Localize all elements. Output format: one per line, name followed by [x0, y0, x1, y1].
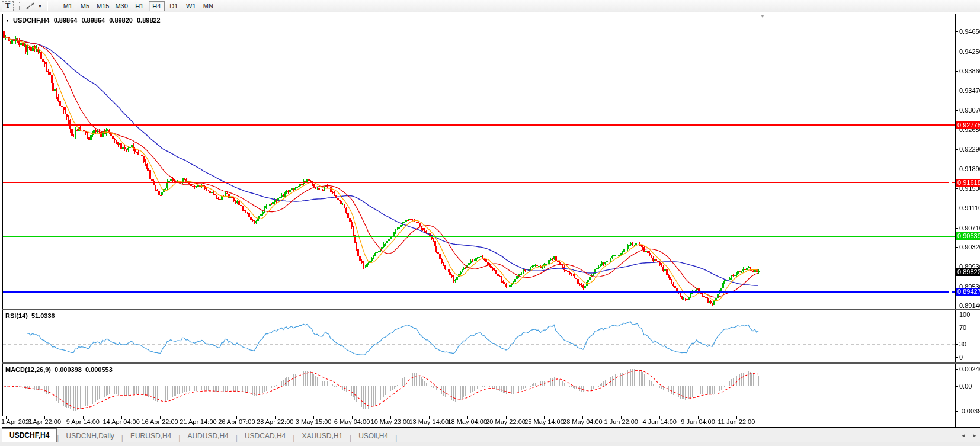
timeframe-button-w1[interactable]: W1: [183, 1, 199, 11]
macd-name: MACD(12,26,9): [5, 366, 51, 373]
ohlc-high: 0.89864: [81, 17, 105, 24]
time-tick-label: 20 May 22:00: [486, 418, 526, 425]
timeframe-button-m15[interactable]: M15: [94, 1, 111, 11]
time-tick-label: 21 Apr 14:00: [180, 418, 216, 425]
tab-scroll-right-button[interactable]: ►: [972, 433, 977, 438]
time-tick-label: 26 Apr 07:00: [218, 418, 255, 425]
level-price-label: 0.91618: [956, 179, 980, 187]
price-tick-label: 0.94650: [959, 28, 980, 35]
macd-label: MACD(12,26,9) 0.000398 0.000553: [5, 366, 113, 373]
tab-usdcad-h4[interactable]: USDCAD,H4: [238, 429, 293, 442]
tab-usdcnh-daily[interactable]: USDCNH,Daily: [59, 429, 121, 442]
time-tick-label: 9 Apr 14:00: [66, 418, 100, 425]
tab-eurusd-h4[interactable]: EURUSD,H4: [123, 429, 178, 442]
tab-audusd-h4[interactable]: AUDUSD,H4: [180, 429, 235, 442]
macd-value-main: 0.000398: [55, 366, 82, 373]
timeframe-button-h4[interactable]: H4: [149, 1, 165, 11]
price-tick-label: 0.91110: [959, 204, 980, 211]
rsi-axis-label: 0: [959, 354, 963, 361]
tab-usdchf-h4[interactable]: USDCHF,H4: [2, 428, 57, 442]
time-tick-label: 3 May 15:00: [296, 418, 332, 425]
toolbar: T ▼ M1M5M15M30H1H4D1W1MN: [0, 0, 980, 12]
tab-usoil-h4[interactable]: USOil,H4: [351, 429, 395, 442]
time-tick-label: 1 Jun 22:00: [604, 418, 638, 425]
time-tick-label: 18 May 04:00: [447, 418, 487, 425]
rsi-axis-label: 30: [959, 341, 966, 348]
price-tick-label: 0.89140: [959, 302, 980, 309]
timeframe-button-m5[interactable]: M5: [77, 1, 93, 11]
ohlc-low: 0.89820: [109, 17, 133, 24]
level-price-label: 0.90539: [956, 232, 980, 240]
text-tool-button[interactable]: T: [2, 1, 14, 11]
rsi-value: 51.0336: [31, 312, 55, 319]
time-tick-label: 4 Jun 14:00: [642, 418, 677, 425]
rsi-axis-label: 70: [959, 324, 966, 331]
time-tick-label: 6 May 04:00: [334, 418, 370, 425]
time-tick-label: 11 Jun 22:00: [718, 418, 755, 425]
current-price-label: 0.89822: [956, 268, 980, 276]
time-tick-label: 28 May 04:00: [563, 418, 603, 425]
chart-title: ▼ USDCHF,H4 0.89864 0.89864 0.89820 0.89…: [5, 17, 161, 24]
tab-separator: |: [395, 434, 397, 442]
macd-axis-label: 0.00: [959, 383, 972, 390]
arrange-windows-icon: [25, 2, 35, 10]
time-tick-label: 25 May 14:00: [524, 418, 564, 425]
price-tick-label: 0.91890: [959, 165, 980, 172]
timeframe-button-m30[interactable]: M30: [113, 1, 130, 11]
scroll-to-end-icon[interactable]: ▼: [760, 14, 765, 19]
macd-axis-label: -0.003939: [959, 408, 980, 415]
time-tick-label: 16 Apr 22:00: [141, 418, 178, 425]
timeframe-button-mn[interactable]: MN: [200, 1, 216, 11]
ohlc-close: 0.89822: [137, 17, 161, 24]
time-tick-label: 10 May 23:00: [371, 418, 411, 425]
chart-canvas[interactable]: [0, 13, 980, 428]
time-tick-label: 14 Apr 04:00: [103, 418, 139, 425]
time-tick-label: 6 Apr 22:00: [28, 418, 61, 425]
arrange-windows-button[interactable]: [24, 1, 37, 11]
price-tick-label: 0.93860: [959, 68, 980, 75]
macd-axis-label: 0.002465: [959, 365, 980, 373]
price-tick-label: 0.90710: [959, 224, 980, 232]
rsi-label: RSI(14) 51.0336: [5, 312, 55, 319]
timeframe-button-m1[interactable]: M1: [60, 1, 76, 11]
rsi-name: RSI(14): [5, 312, 28, 319]
level-price-label: 0.92775: [956, 121, 980, 129]
level-price-label: 0.89427: [956, 288, 980, 296]
arrange-dropdown-button[interactable]: ▼: [37, 1, 43, 11]
price-tick-label: 0.94250: [959, 48, 980, 55]
chart-symbol: USDCHF,H4: [13, 17, 50, 24]
ohlc-open: 0.89864: [54, 17, 78, 24]
tab-xauusd-h1[interactable]: XAUUSD,H1: [294, 429, 350, 442]
price-tick-label: 0.93070: [959, 107, 980, 114]
tab-scroll-left-button[interactable]: ◄: [961, 433, 966, 438]
rsi-axis-label: 100: [959, 311, 970, 318]
price-tick-label: 0.90320: [959, 243, 980, 251]
toolbar-grip: [55, 2, 56, 10]
toolbar-grip: [19, 2, 21, 10]
status-bar: [0, 442, 980, 446]
trading-terminal-window: T ▼ M1M5M15M30H1H4D1W1MN ▼ USDCHF,H4 0.8…: [0, 0, 980, 446]
price-tick-label: 0.93470: [959, 87, 980, 94]
timeframe-button-h1[interactable]: H1: [132, 1, 148, 11]
toolbar-separator: [47, 1, 48, 11]
time-tick-label: 13 May 14:00: [409, 418, 449, 425]
symbol-tab-bar: USDCHF,H4|USDCNH,Daily|EURUSD,H4|AUDUSD,…: [0, 428, 980, 442]
timeframe-toolbar: M1M5M15M30H1H4D1W1MN: [59, 0, 217, 12]
price-tick-label: 0.92290: [959, 146, 980, 153]
macd-value-signal: 0.000553: [85, 366, 113, 373]
timeframe-button-d1[interactable]: D1: [166, 1, 182, 11]
time-tick-label: 28 Apr 22:00: [257, 418, 293, 425]
time-tick-label: 9 Jun 04:00: [681, 418, 715, 425]
symbol-dropdown-icon[interactable]: ▼: [5, 18, 9, 23]
chevron-down-icon: ▼: [38, 4, 42, 8]
